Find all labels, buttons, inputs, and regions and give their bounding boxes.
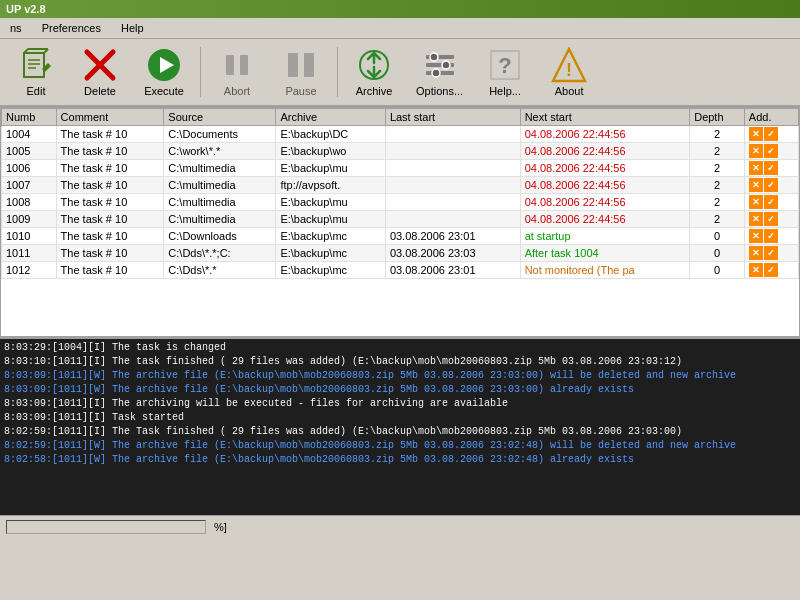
log-line: 8:03:09:[1011][I] The archiving will be … [4,397,796,411]
table-row[interactable]: 1007The task # 10C:\multimediaftp://avps… [2,177,799,194]
about-icon: ! [551,47,587,83]
svg-rect-12 [226,55,234,75]
table-cell[interactable]: ✕✓ [744,143,798,160]
table-cell[interactable]: ✕✓ [744,194,798,211]
table-cell: E:\backup\mc [276,262,385,279]
table-cell: The task # 10 [56,126,164,143]
delete-row-btn[interactable]: ✕ [749,161,763,175]
svg-point-21 [432,69,440,77]
svg-rect-15 [304,53,314,77]
delete-row-btn[interactable]: ✕ [749,263,763,277]
abort-icon [219,47,255,83]
table-cell: 1005 [2,143,57,160]
about-button[interactable]: ! About [539,43,599,101]
log-line: 8:02:59:[1011][W] The archive file (E:\b… [4,439,796,453]
about-label: About [555,85,584,97]
status-bar: %] [0,515,800,537]
table-row[interactable]: 1010The task # 10C:\DownloadsE:\backup\m… [2,228,799,245]
execute-button[interactable]: Execute [134,43,194,101]
table-cell: 04.08.2006 22:44:56 [520,194,690,211]
table-cell[interactable]: ✕✓ [744,211,798,228]
table-cell: 03.08.2006 23:01 [385,228,520,245]
delete-row-btn[interactable]: ✕ [749,246,763,260]
table-cell: 2 [690,177,745,194]
table-cell: 04.08.2006 22:44:56 [520,126,690,143]
options-icon [422,47,458,83]
check-row-btn[interactable]: ✓ [764,127,778,141]
col-archive: Archive [276,109,385,126]
log-line: 8:02:58:[1011][W] The archive file (E:\b… [4,453,796,467]
help-button[interactable]: ? Help... [475,43,535,101]
delete-row-btn[interactable]: ✕ [749,195,763,209]
table-cell [385,194,520,211]
table-cell: E:\backup\DC [276,126,385,143]
table-cell: 1008 [2,194,57,211]
table-cell: After task 1004 [520,245,690,262]
archive-button[interactable]: Archive [344,43,404,101]
delete-row-btn[interactable]: ✕ [749,144,763,158]
col-source: Source [164,109,276,126]
table-row[interactable]: 1004The task # 10C:\DocumentsE:\backup\D… [2,126,799,143]
task-table-container: Numb Comment Source Archive Last start N… [0,107,800,337]
delete-row-btn[interactable]: ✕ [749,127,763,141]
table-cell: 2 [690,194,745,211]
table-cell: C:\work\*.* [164,143,276,160]
delete-button[interactable]: Delete [70,43,130,101]
toolbar-divider-1 [200,47,201,97]
menu-preferences[interactable]: Preferences [36,20,107,36]
pause-icon [283,47,319,83]
pause-button[interactable]: Pause [271,43,331,101]
table-cell[interactable]: ✕✓ [744,126,798,143]
edit-label: Edit [27,85,46,97]
table-row[interactable]: 1008The task # 10C:\multimediaE:\backup\… [2,194,799,211]
table-row[interactable]: 1006The task # 10C:\multimediaE:\backup\… [2,160,799,177]
table-cell: 04.08.2006 22:44:56 [520,211,690,228]
table-row[interactable]: 1009The task # 10C:\multimediaE:\backup\… [2,211,799,228]
check-row-btn[interactable]: ✓ [764,161,778,175]
svg-text:!: ! [566,60,572,80]
table-cell: The task # 10 [56,194,164,211]
table-cell: 03.08.2006 23:01 [385,262,520,279]
check-row-btn[interactable]: ✓ [764,144,778,158]
table-row[interactable]: 1011The task # 10C:\Dds\*.*;C:E:\backup\… [2,245,799,262]
check-row-btn[interactable]: ✓ [764,195,778,209]
check-row-btn[interactable]: ✓ [764,263,778,277]
log-line: 8:03:29:[1004][I] The task is changed [4,341,796,355]
menu-help[interactable]: Help [115,20,150,36]
table-cell: E:\backup\mc [276,245,385,262]
table-cell: E:\backup\mu [276,160,385,177]
table-cell[interactable]: ✕✓ [744,160,798,177]
table-cell: C:\multimedia [164,160,276,177]
check-row-btn[interactable]: ✓ [764,229,778,243]
delete-row-btn[interactable]: ✕ [749,212,763,226]
table-cell: The task # 10 [56,262,164,279]
table-cell [385,177,520,194]
table-cell: The task # 10 [56,143,164,160]
check-row-btn[interactable]: ✓ [764,178,778,192]
delete-label: Delete [84,85,116,97]
table-row[interactable]: 1012The task # 10C:\Dds\*.*E:\backup\mc0… [2,262,799,279]
table-cell: at startup [520,228,690,245]
table-cell [385,160,520,177]
table-cell: The task # 10 [56,228,164,245]
table-cell[interactable]: ✕✓ [744,228,798,245]
edit-button[interactable]: Edit [6,43,66,101]
table-cell: 2 [690,160,745,177]
toolbar: Edit Delete Execute Abort [0,39,800,107]
log-line: 8:02:59:[1011][I] The Task finished ( 29… [4,425,796,439]
table-cell[interactable]: ✕✓ [744,245,798,262]
menu-ns[interactable]: ns [4,20,28,36]
options-button[interactable]: Options... [408,43,471,101]
check-row-btn[interactable]: ✓ [764,212,778,226]
svg-text:?: ? [498,53,511,78]
table-cell[interactable]: ✕✓ [744,177,798,194]
table-row[interactable]: 1005The task # 10C:\work\*.*E:\backup\wo… [2,143,799,160]
col-depth: Depth [690,109,745,126]
check-row-btn[interactable]: ✓ [764,246,778,260]
delete-row-btn[interactable]: ✕ [749,229,763,243]
abort-button[interactable]: Abort [207,43,267,101]
table-cell: 1009 [2,211,57,228]
delete-row-btn[interactable]: ✕ [749,178,763,192]
table-cell: 04.08.2006 22:44:56 [520,143,690,160]
table-cell[interactable]: ✕✓ [744,262,798,279]
